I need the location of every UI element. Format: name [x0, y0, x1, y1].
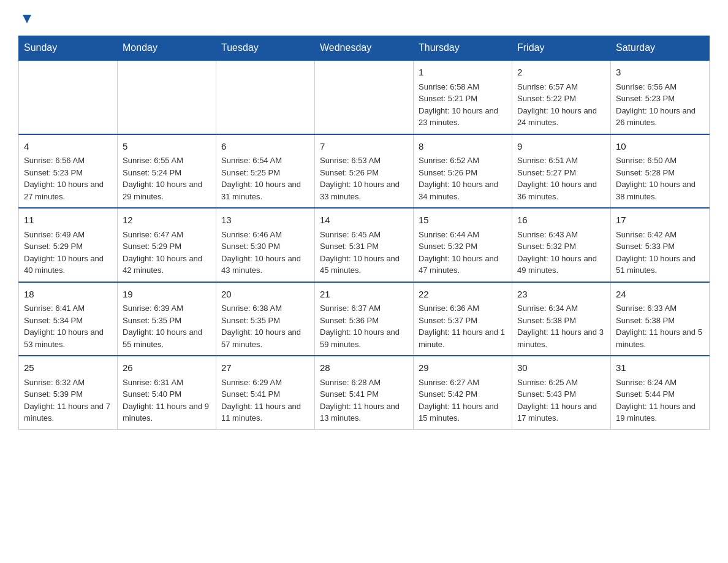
weekday-monday: Monday — [118, 36, 216, 61]
calendar-cell: 4Sunrise: 6:56 AM Sunset: 5:23 PM Daylig… — [19, 134, 118, 209]
calendar-cell: 15Sunrise: 6:44 AM Sunset: 5:32 PM Dayli… — [414, 208, 512, 282]
day-number: 30 — [517, 361, 605, 375]
day-number: 15 — [419, 213, 507, 228]
day-info: Sunrise: 6:44 AM Sunset: 5:32 PM Dayligh… — [419, 229, 507, 277]
day-info: Sunrise: 6:24 AM Sunset: 5:44 PM Dayligh… — [616, 377, 704, 424]
day-info: Sunrise: 6:42 AM Sunset: 5:33 PM Dayligh… — [616, 229, 704, 277]
day-info: Sunrise: 6:47 AM Sunset: 5:29 PM Dayligh… — [123, 229, 211, 277]
calendar-cell: 6Sunrise: 6:54 AM Sunset: 5:25 PM Daylig… — [216, 134, 315, 209]
day-info: Sunrise: 6:56 AM Sunset: 5:23 PM Dayligh… — [616, 81, 704, 129]
day-number: 17 — [616, 213, 704, 228]
header — [18, 12, 710, 28]
day-info: Sunrise: 6:32 AM Sunset: 5:39 PM Dayligh… — [24, 377, 112, 424]
day-info: Sunrise: 6:29 AM Sunset: 5:41 PM Dayligh… — [221, 377, 309, 424]
svg-marker-0 — [23, 15, 31, 23]
day-info: Sunrise: 6:51 AM Sunset: 5:27 PM Dayligh… — [517, 155, 605, 202]
calendar-cell: 30Sunrise: 6:25 AM Sunset: 5:43 PM Dayli… — [512, 356, 611, 429]
day-number: 11 — [24, 213, 112, 228]
calendar-cell: 5Sunrise: 6:55 AM Sunset: 5:24 PM Daylig… — [118, 134, 216, 209]
day-info: Sunrise: 6:39 AM Sunset: 5:35 PM Dayligh… — [123, 302, 211, 350]
calendar-cell: 22Sunrise: 6:36 AM Sunset: 5:37 PM Dayli… — [414, 282, 512, 356]
day-number: 21 — [320, 288, 408, 302]
calendar-cell: 1Sunrise: 6:58 AM Sunset: 5:21 PM Daylig… — [414, 60, 512, 134]
calendar-cell: 25Sunrise: 6:32 AM Sunset: 5:39 PM Dayli… — [19, 356, 118, 429]
day-number: 6 — [221, 140, 309, 154]
weekday-thursday: Thursday — [414, 36, 512, 61]
day-number: 13 — [221, 213, 309, 228]
day-number: 10 — [616, 140, 704, 154]
calendar-cell: 24Sunrise: 6:33 AM Sunset: 5:38 PM Dayli… — [611, 282, 710, 356]
week-row-4: 18Sunrise: 6:41 AM Sunset: 5:34 PM Dayli… — [19, 282, 710, 356]
day-info: Sunrise: 6:33 AM Sunset: 5:38 PM Dayligh… — [616, 302, 704, 350]
calendar-cell: 8Sunrise: 6:52 AM Sunset: 5:26 PM Daylig… — [414, 134, 512, 209]
day-info: Sunrise: 6:58 AM Sunset: 5:21 PM Dayligh… — [419, 81, 507, 129]
weekday-saturday: Saturday — [611, 36, 710, 61]
day-number: 7 — [320, 140, 408, 154]
week-row-1: 1Sunrise: 6:58 AM Sunset: 5:21 PM Daylig… — [19, 60, 710, 134]
calendar-cell — [118, 60, 216, 134]
day-info: Sunrise: 6:34 AM Sunset: 5:38 PM Dayligh… — [517, 302, 605, 350]
calendar-cell: 9Sunrise: 6:51 AM Sunset: 5:27 PM Daylig… — [512, 134, 611, 209]
day-info: Sunrise: 6:25 AM Sunset: 5:43 PM Dayligh… — [517, 377, 605, 424]
calendar: SundayMondayTuesdayWednesdayThursdayFrid… — [18, 36, 710, 430]
day-info: Sunrise: 6:43 AM Sunset: 5:32 PM Dayligh… — [517, 229, 605, 277]
calendar-cell: 10Sunrise: 6:50 AM Sunset: 5:28 PM Dayli… — [611, 134, 710, 209]
calendar-cell: 7Sunrise: 6:53 AM Sunset: 5:26 PM Daylig… — [315, 134, 414, 209]
calendar-cell: 20Sunrise: 6:38 AM Sunset: 5:35 PM Dayli… — [216, 282, 315, 356]
day-number: 28 — [320, 361, 408, 375]
day-info: Sunrise: 6:36 AM Sunset: 5:37 PM Dayligh… — [419, 302, 507, 350]
calendar-cell: 2Sunrise: 6:57 AM Sunset: 5:22 PM Daylig… — [512, 60, 611, 134]
day-info: Sunrise: 6:50 AM Sunset: 5:28 PM Dayligh… — [616, 155, 704, 202]
day-number: 3 — [616, 66, 704, 80]
calendar-cell: 14Sunrise: 6:45 AM Sunset: 5:31 PM Dayli… — [315, 208, 414, 282]
day-number: 23 — [517, 288, 605, 302]
day-info: Sunrise: 6:56 AM Sunset: 5:23 PM Dayligh… — [24, 155, 112, 202]
calendar-body: 1Sunrise: 6:58 AM Sunset: 5:21 PM Daylig… — [19, 60, 710, 429]
day-info: Sunrise: 6:27 AM Sunset: 5:42 PM Dayligh… — [419, 377, 507, 424]
day-info: Sunrise: 6:49 AM Sunset: 5:29 PM Dayligh… — [24, 229, 112, 277]
calendar-header: SundayMondayTuesdayWednesdayThursdayFrid… — [19, 36, 710, 61]
day-info: Sunrise: 6:31 AM Sunset: 5:40 PM Dayligh… — [123, 377, 211, 424]
week-row-5: 25Sunrise: 6:32 AM Sunset: 5:39 PM Dayli… — [19, 356, 710, 429]
day-number: 18 — [24, 288, 112, 302]
logo — [18, 12, 34, 28]
calendar-cell: 31Sunrise: 6:24 AM Sunset: 5:44 PM Dayli… — [611, 356, 710, 429]
day-number: 8 — [419, 140, 507, 154]
day-info: Sunrise: 6:38 AM Sunset: 5:35 PM Dayligh… — [221, 302, 309, 350]
day-number: 26 — [123, 361, 211, 375]
day-number: 29 — [419, 361, 507, 375]
day-number: 25 — [24, 361, 112, 375]
calendar-cell: 29Sunrise: 6:27 AM Sunset: 5:42 PM Dayli… — [414, 356, 512, 429]
calendar-cell: 21Sunrise: 6:37 AM Sunset: 5:36 PM Dayli… — [315, 282, 414, 356]
day-info: Sunrise: 6:41 AM Sunset: 5:34 PM Dayligh… — [24, 302, 112, 350]
calendar-cell — [315, 60, 414, 134]
calendar-cell: 16Sunrise: 6:43 AM Sunset: 5:32 PM Dayli… — [512, 208, 611, 282]
calendar-cell: 28Sunrise: 6:28 AM Sunset: 5:41 PM Dayli… — [315, 356, 414, 429]
calendar-cell: 27Sunrise: 6:29 AM Sunset: 5:41 PM Dayli… — [216, 356, 315, 429]
calendar-cell: 26Sunrise: 6:31 AM Sunset: 5:40 PM Dayli… — [118, 356, 216, 429]
weekday-friday: Friday — [512, 36, 611, 61]
weekday-wednesday: Wednesday — [315, 36, 414, 61]
week-row-3: 11Sunrise: 6:49 AM Sunset: 5:29 PM Dayli… — [19, 208, 710, 282]
day-number: 2 — [517, 66, 605, 80]
day-number: 22 — [419, 288, 507, 302]
logo-arrow-icon — [20, 12, 34, 28]
calendar-cell: 11Sunrise: 6:49 AM Sunset: 5:29 PM Dayli… — [19, 208, 118, 282]
calendar-cell: 12Sunrise: 6:47 AM Sunset: 5:29 PM Dayli… — [118, 208, 216, 282]
day-info: Sunrise: 6:54 AM Sunset: 5:25 PM Dayligh… — [221, 155, 309, 202]
week-row-2: 4Sunrise: 6:56 AM Sunset: 5:23 PM Daylig… — [19, 134, 710, 209]
weekday-tuesday: Tuesday — [216, 36, 315, 61]
calendar-cell: 19Sunrise: 6:39 AM Sunset: 5:35 PM Dayli… — [118, 282, 216, 356]
day-number: 12 — [123, 213, 211, 228]
day-info: Sunrise: 6:28 AM Sunset: 5:41 PM Dayligh… — [320, 377, 408, 424]
weekday-sunday: Sunday — [19, 36, 118, 61]
day-number: 5 — [123, 140, 211, 154]
day-number: 24 — [616, 288, 704, 302]
day-number: 4 — [24, 140, 112, 154]
day-info: Sunrise: 6:46 AM Sunset: 5:30 PM Dayligh… — [221, 229, 309, 277]
calendar-cell — [216, 60, 315, 134]
day-number: 31 — [616, 361, 704, 375]
day-number: 19 — [123, 288, 211, 302]
day-info: Sunrise: 6:52 AM Sunset: 5:26 PM Dayligh… — [419, 155, 507, 202]
day-info: Sunrise: 6:57 AM Sunset: 5:22 PM Dayligh… — [517, 81, 605, 129]
